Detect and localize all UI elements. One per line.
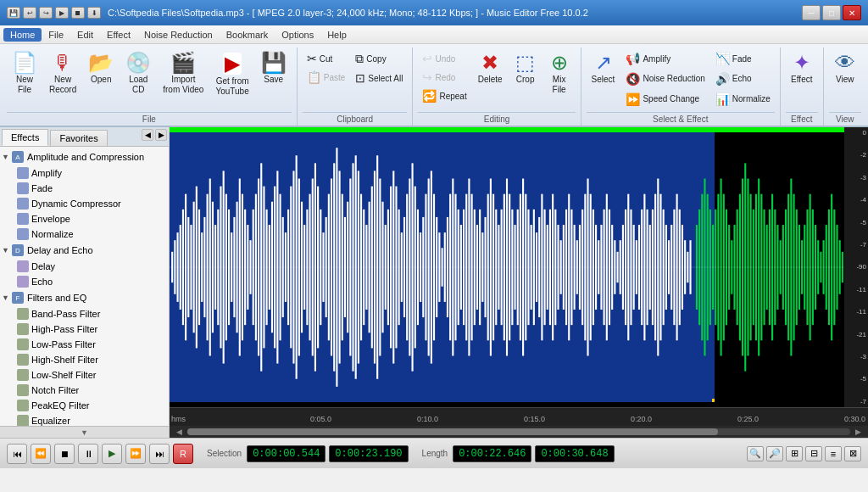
menu-file[interactable]: File	[42, 28, 70, 42]
repeat-button[interactable]: 🔁 Repeat	[418, 87, 470, 105]
transport-fast-forward[interactable]: ⏩	[125, 444, 146, 464]
panel-nav-next[interactable]: ▶	[155, 129, 167, 141]
zoom-fit-button[interactable]: ⊞	[786, 446, 803, 461]
zoom-waveform-button[interactable]: ≡	[825, 446, 842, 461]
open-button[interactable]: 📂 Open	[83, 49, 119, 88]
effect-fade[interactable]: Fade	[14, 181, 169, 196]
menu-bookmark[interactable]: Bookmark	[220, 28, 275, 42]
cut-button[interactable]: ✂ Cut	[303, 49, 350, 68]
hscroll-thumb[interactable]	[187, 428, 718, 435]
view-button[interactable]: 👁 View	[829, 49, 861, 88]
noise-reduction-button[interactable]: 🔇 Noise Reduction	[621, 70, 709, 88]
select-all-button[interactable]: ⊡ Select All	[351, 69, 407, 87]
menu-home[interactable]: Home	[3, 28, 42, 42]
effect-low-shelf[interactable]: Low-Shelf Filter	[14, 367, 169, 383]
effect-amplify[interactable]: Amplify	[14, 165, 169, 181]
menu-help[interactable]: Help	[320, 28, 353, 42]
get-youtube-button[interactable]: ▶ Get fromYouTube	[210, 49, 253, 100]
import-video-button[interactable]: 🎬 Importfrom Video	[158, 49, 209, 98]
category-delay[interactable]: ▼ D Delay and Echo	[0, 242, 169, 259]
undo-button[interactable]: ↩ Undo	[418, 49, 470, 68]
bandpass-icon	[17, 308, 29, 320]
effect-band-pass[interactable]: Band-Pass Filter	[14, 306, 169, 321]
zoom-out-button[interactable]: 🔎	[766, 446, 783, 461]
zoom-in-button[interactable]: 🔍	[747, 446, 764, 461]
effect-dynamic-compressor[interactable]: Dynamic Compressor	[14, 196, 169, 211]
menu-edit[interactable]: Edit	[70, 28, 100, 42]
title-text: C:\Softpedia Files\Softpedia.mp3 - [ MPE…	[108, 8, 802, 18]
effect-button[interactable]: ✦ Effect	[786, 49, 818, 88]
qa-icon-4[interactable]: ▶	[55, 7, 69, 19]
menu-options[interactable]: Options	[275, 28, 320, 42]
time-display-3: 0:00:22.646	[453, 445, 531, 462]
transport-stop[interactable]: ⏹	[54, 444, 75, 464]
waveform-canvas[interactable]: 0 -2 -3 -4 -5 -7 -90 -11 -11 -21 -3 -5 -…	[170, 127, 868, 407]
close-button[interactable]: ✕	[843, 5, 861, 20]
ribbon-group-view: 👁 View View	[826, 48, 866, 126]
load-cd-button[interactable]: 💿 LoadCD	[120, 49, 156, 98]
transport-pause[interactable]: ⏸	[78, 444, 98, 464]
panel-nav-prev[interactable]: ◀	[142, 129, 153, 141]
zoom-selection-button[interactable]: ⊟	[805, 446, 822, 461]
mix-file-button[interactable]: ⊕ MixFile	[543, 49, 576, 98]
quick-access-toolbar[interactable]: 💾 ↩ ↪ ▶ ⏹ ⬇	[7, 7, 101, 19]
effect-notch[interactable]: Notch Filter	[14, 383, 169, 398]
qa-icon-3[interactable]: ↪	[39, 7, 53, 19]
new-file-button[interactable]: 📄 NewFile	[7, 49, 42, 98]
effect-equalizer[interactable]: Equalizer	[14, 413, 169, 426]
crop-label: Crop	[516, 75, 535, 85]
qa-icon-5[interactable]: ⏹	[71, 7, 85, 19]
amplify-button[interactable]: 📢 Amplify	[621, 49, 709, 68]
effect-high-pass[interactable]: High-Pass Filter	[14, 321, 169, 337]
copy-button[interactable]: ⧉ Copy	[351, 49, 407, 69]
redo-button[interactable]: ↪ Redo	[418, 68, 470, 87]
effect-peakeq[interactable]: PeakEQ Filter	[14, 398, 169, 413]
save-button[interactable]: 💾 Save	[256, 49, 292, 88]
timeline-marker-6: 0:30.0	[844, 415, 865, 423]
hscroll-left[interactable]: ◀	[173, 428, 186, 436]
normalize-button[interactable]: 📊 Normalize	[711, 90, 775, 109]
zoom-reset-button[interactable]: ⊠	[844, 446, 861, 461]
db-scale: 0 -2 -3 -4 -5 -7 -90 -11 -11 -21 -3 -5 -…	[844, 127, 868, 407]
transport-to-start[interactable]: ⏮	[7, 444, 27, 464]
delete-button[interactable]: ✖ Delete	[473, 49, 508, 88]
hscroll[interactable]: ◀ ▶	[170, 426, 868, 438]
effect-echo[interactable]: Echo	[14, 274, 169, 289]
select-button[interactable]: ↗ Select	[587, 49, 620, 88]
qa-icon-6[interactable]: ⬇	[87, 7, 101, 19]
tab-favorites[interactable]: Favorites	[50, 130, 107, 146]
transport-to-end[interactable]: ⏭	[149, 444, 170, 464]
speed-change-button[interactable]: ⏩ Speed Change	[621, 90, 709, 109]
qa-icon-1[interactable]: 💾	[7, 7, 20, 19]
effect-envelope[interactable]: Envelope	[14, 211, 169, 226]
hscroll-right[interactable]: ▶	[852, 428, 865, 436]
equalizer-label: Equalizer	[31, 416, 70, 426]
menu-effect[interactable]: Effect	[100, 28, 137, 42]
echo-button[interactable]: 🔊 Echo	[711, 70, 775, 88]
transport-rewind[interactable]: ⏪	[31, 444, 51, 464]
select-all-icon: ⊡	[355, 71, 365, 85]
category-filters[interactable]: ▼ F Filters and EQ	[0, 289, 169, 306]
maximize-button[interactable]: □	[822, 5, 841, 20]
panel-scroll-down[interactable]: ▼	[0, 426, 169, 438]
transport-record[interactable]: R	[173, 444, 193, 464]
svg-text:D: D	[15, 247, 20, 254]
effect-normalize[interactable]: Normalize	[14, 226, 169, 242]
effect-delay[interactable]: Delay	[14, 259, 169, 274]
minimize-button[interactable]: ─	[802, 5, 821, 20]
transport-play[interactable]: ▶	[102, 444, 122, 464]
effect-label: Effect	[791, 75, 812, 85]
youtube-label: Get fromYouTube	[215, 76, 248, 97]
effect-low-pass[interactable]: Low-Pass Filter	[14, 337, 169, 352]
qa-icon-2[interactable]: ↩	[23, 7, 36, 19]
fade-button[interactable]: 📉 Fade	[711, 49, 775, 68]
menu-noise-reduction[interactable]: Noise Reduction	[137, 28, 220, 42]
effect-high-shelf[interactable]: High-Shelf Filter	[14, 352, 169, 367]
crop-button[interactable]: ⬚ Crop	[509, 49, 542, 88]
category-amplitude[interactable]: ▼ A Amplitude and Compression	[0, 148, 169, 165]
window-controls[interactable]: ─ □ ✕	[802, 5, 861, 20]
paste-button[interactable]: 📋 Paste	[303, 68, 350, 87]
new-record-button[interactable]: 🎙 NewRecord	[44, 49, 81, 98]
tab-effects[interactable]: Effects	[2, 129, 48, 146]
hscroll-track[interactable]	[187, 428, 850, 435]
